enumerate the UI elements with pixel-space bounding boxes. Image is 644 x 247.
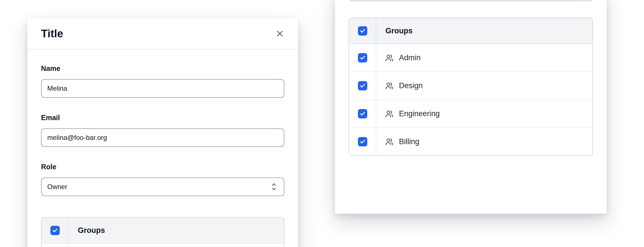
table-row-stub[interactable]	[42, 244, 284, 247]
email-input[interactable]	[41, 128, 284, 147]
role-field-group: Role Owner	[41, 162, 284, 196]
table-row-engineering[interactable]: Engineering	[349, 100, 593, 128]
groups-header-label: Groups	[376, 18, 593, 44]
modal-body: Name Email Role Owner	[27, 50, 298, 247]
role-select[interactable]: Owner	[41, 177, 284, 196]
x-icon	[275, 29, 285, 38]
name-field-group: Name	[41, 64, 284, 98]
row-checkbox[interactable]	[358, 81, 367, 90]
users-icon	[385, 138, 393, 146]
name-input[interactable]	[41, 79, 284, 98]
check-icon	[360, 28, 366, 34]
check-icon	[360, 139, 366, 145]
role-label: Role	[41, 162, 284, 171]
table-row-billing[interactable]: Billing	[349, 128, 593, 155]
groups-panel: Groups Admin	[335, 0, 607, 214]
modal-header: Title	[27, 18, 298, 50]
row-checkbox[interactable]	[358, 137, 367, 146]
email-field-group: Email	[41, 113, 284, 147]
groups-table-header-row: Groups	[349, 18, 593, 44]
row-checkbox[interactable]	[358, 53, 367, 62]
check-icon	[360, 83, 366, 89]
check-icon	[360, 55, 366, 61]
select-all-checkbox[interactable]	[358, 26, 367, 36]
edit-user-modal: Title Name Email Role Owner	[27, 18, 298, 247]
check-icon	[360, 111, 366, 117]
role-select-value: Owner	[47, 183, 67, 191]
row-checkbox[interactable]	[358, 109, 367, 118]
table-row-design[interactable]: Design	[349, 72, 593, 100]
groups-table-header-row: Groups	[42, 218, 284, 244]
header-checkbox-cell	[42, 218, 69, 243]
group-row-label: Engineering	[399, 109, 440, 118]
select-bottom-edge[interactable]	[349, 0, 593, 1]
group-row-label: Admin	[399, 53, 421, 62]
email-label: Email	[41, 113, 284, 122]
users-icon	[385, 110, 393, 118]
table-row-admin[interactable]: Admin	[349, 44, 593, 72]
group-row-label: Design	[399, 81, 423, 90]
groups-table: Groups Admin	[349, 18, 593, 156]
groups-panel-body: Groups Admin	[335, 0, 607, 156]
groups-table: Groups	[41, 217, 284, 247]
group-row-label: Billing	[399, 137, 419, 146]
users-icon	[385, 54, 393, 62]
select-all-checkbox[interactable]	[50, 226, 60, 235]
groups-header-label: Groups	[69, 218, 284, 243]
close-button[interactable]	[273, 27, 287, 40]
modal-title: Title	[41, 28, 63, 40]
name-label: Name	[41, 64, 284, 73]
header-checkbox-cell	[349, 18, 376, 44]
users-icon	[385, 82, 393, 90]
chevrons-up-down-icon	[270, 182, 278, 192]
check-icon	[52, 227, 58, 233]
